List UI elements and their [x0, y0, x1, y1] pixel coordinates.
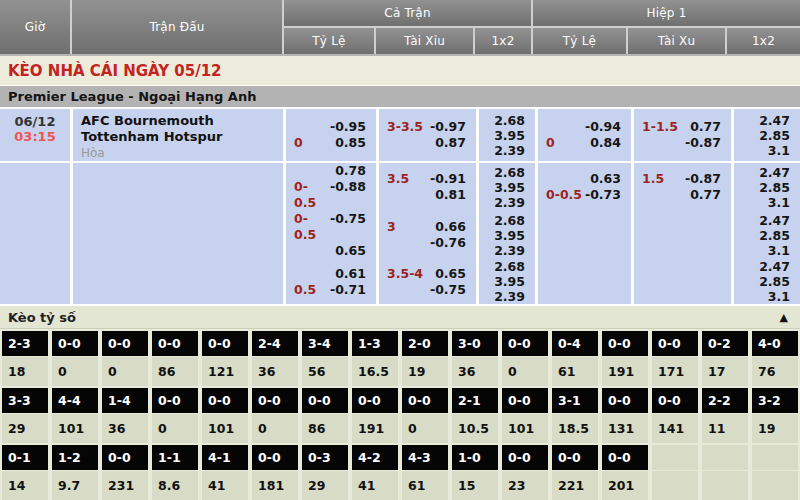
score-cell[interactable]: 4-4	[52, 388, 98, 413]
score-odds-cell[interactable]: 29	[302, 471, 348, 500]
score-odds-cell[interactable]: 101	[502, 414, 548, 443]
score-cell[interactable]: 1-3	[352, 331, 398, 356]
score-odds-cell[interactable]: 18	[2, 357, 48, 386]
ft-handicap-cell[interactable]: 0-0.5-0.750.65	[286, 211, 376, 259]
score-cell[interactable]: 0-3	[302, 445, 348, 470]
score-odds-cell[interactable]: 41	[202, 471, 248, 500]
score-cell[interactable]: 0-0	[602, 331, 648, 356]
score-cell[interactable]: 4-3	[402, 445, 448, 470]
score-odds-cell[interactable]: 86	[152, 357, 198, 386]
score-cell[interactable]: 0-0	[502, 331, 548, 356]
h1-overunder-cell[interactable]	[634, 211, 731, 259]
score-cell[interactable]: 0-0	[652, 331, 698, 356]
ft-handicap-cell[interactable]: 0.780-0.5-0.88	[286, 163, 376, 211]
h1-handicap-cell[interactable]: -0.9400.84	[538, 109, 631, 161]
ft-handicap-cell[interactable]: 0.610.5-0.71	[286, 259, 376, 304]
score-cell[interactable]: 0-0	[152, 388, 198, 413]
score-odds-cell[interactable]: 86	[302, 414, 348, 443]
score-odds-cell[interactable]: 23	[502, 471, 548, 500]
score-cell[interactable]: 1-2	[52, 445, 98, 470]
ft-1x2-cell[interactable]: 2.683.952.39	[479, 163, 535, 211]
score-cell[interactable]: 0-0	[252, 445, 298, 470]
score-odds-cell[interactable]: 36	[452, 357, 498, 386]
score-cell[interactable]: 1-4	[102, 388, 148, 413]
score-odds-cell[interactable]: 11	[702, 414, 748, 443]
ft-overunder-cell[interactable]: 3.5-40.65-0.75	[379, 259, 476, 304]
h1-1x2-cell[interactable]: 2.472.853.1	[734, 259, 800, 304]
h1-overunder-cell[interactable]: 1.5-0.870.77	[634, 163, 731, 211]
score-cell[interactable]: 0-0	[102, 331, 148, 356]
score-odds-cell[interactable]: 9.7	[52, 471, 98, 500]
ft-1x2-cell[interactable]: 2.683.952.39	[479, 109, 535, 161]
score-cell[interactable]: 0-0	[202, 388, 248, 413]
score-odds-cell[interactable]: 29	[2, 414, 48, 443]
score-odds-cell[interactable]: 17	[702, 357, 748, 386]
score-odds-cell[interactable]: 171	[652, 357, 698, 386]
h1-handicap-cell[interactable]	[538, 259, 631, 304]
score-odds-cell[interactable]: 0	[252, 414, 298, 443]
score-cell[interactable]: 0-0	[52, 331, 98, 356]
score-odds-cell[interactable]: 61	[402, 471, 448, 500]
score-odds-cell[interactable]: 76	[752, 357, 798, 386]
score-cell[interactable]: 3-3	[2, 388, 48, 413]
score-odds-cell[interactable]: 141	[652, 414, 698, 443]
score-odds-cell[interactable]: 19	[402, 357, 448, 386]
score-cell[interactable]: 1-0	[452, 445, 498, 470]
score-cell[interactable]: 4-2	[352, 445, 398, 470]
score-cell[interactable]: 0-1	[2, 445, 48, 470]
score-odds-cell[interactable]: 131	[602, 414, 648, 443]
ft-overunder-cell[interactable]: 3.5-0.910.81	[379, 163, 476, 211]
ft-overunder-cell[interactable]: 30.66-0.76	[379, 211, 476, 259]
score-cell[interactable]: 0-0	[302, 388, 348, 413]
score-cell[interactable]: 2-2	[702, 388, 748, 413]
score-odds-cell[interactable]: 191	[352, 414, 398, 443]
h1-handicap-cell[interactable]	[538, 211, 631, 259]
score-odds-cell[interactable]: 0	[52, 357, 98, 386]
score-cell[interactable]: 1-1	[152, 445, 198, 470]
h1-overunder-cell[interactable]: 1-1.50.77-0.87	[634, 109, 731, 161]
score-odds-cell[interactable]: 221	[552, 471, 598, 500]
score-cell[interactable]: 0-0	[502, 445, 548, 470]
h1-1x2-cell[interactable]: 2.472.853.1	[734, 163, 800, 211]
ft-handicap-cell[interactable]: -0.9500.85	[286, 109, 376, 161]
score-cell[interactable]: 0-0	[152, 331, 198, 356]
score-odds-cell[interactable]: 0	[102, 357, 148, 386]
score-cell[interactable]: 3-0	[452, 331, 498, 356]
score-odds-cell[interactable]: 0	[502, 357, 548, 386]
score-cell[interactable]: 2-3	[2, 331, 48, 356]
score-cell[interactable]: 2-4	[252, 331, 298, 356]
score-odds-cell[interactable]: 191	[602, 357, 648, 386]
score-odds-cell[interactable]: 41	[352, 471, 398, 500]
collapse-arrow-icon[interactable]: ▲	[780, 311, 788, 324]
score-odds-cell[interactable]: 101	[52, 414, 98, 443]
score-odds-cell[interactable]: 0	[152, 414, 198, 443]
score-cell[interactable]: 3-2	[752, 388, 798, 413]
score-odds-cell[interactable]: 14	[2, 471, 48, 500]
score-cell[interactable]: 0-0	[552, 445, 598, 470]
score-odds-cell[interactable]: 181	[252, 471, 298, 500]
score-odds-cell[interactable]: 61	[552, 357, 598, 386]
score-odds-cell[interactable]: 0	[402, 414, 448, 443]
ft-1x2-cell[interactable]: 2.683.952.39	[479, 259, 535, 304]
score-cell[interactable]: 0-0	[202, 331, 248, 356]
score-odds-cell[interactable]: 36	[102, 414, 148, 443]
score-cell[interactable]: 4-1	[202, 445, 248, 470]
score-cell[interactable]: 3-4	[302, 331, 348, 356]
ft-1x2-cell[interactable]: 2.683.952.39	[479, 211, 535, 259]
score-odds-cell[interactable]: 36	[252, 357, 298, 386]
score-odds-cell[interactable]: 10.5	[452, 414, 498, 443]
h1-1x2-cell[interactable]: 2.472.853.1	[734, 109, 800, 161]
h1-overunder-cell[interactable]	[634, 259, 731, 304]
score-cell[interactable]: 0-4	[552, 331, 598, 356]
score-odds-cell[interactable]: 56	[302, 357, 348, 386]
h1-handicap-cell[interactable]: 0.630-0.5-0.73	[538, 163, 631, 211]
h1-1x2-cell[interactable]: 2.472.853.1	[734, 211, 800, 259]
ft-overunder-cell[interactable]: 3-3.5-0.970.87	[379, 109, 476, 161]
score-odds-cell[interactable]: 16.5	[352, 357, 398, 386]
score-cell[interactable]: 3-1	[552, 388, 598, 413]
score-cell[interactable]: 0-0	[652, 388, 698, 413]
score-cell[interactable]: 0-2	[702, 331, 748, 356]
score-cell[interactable]: 0-0	[252, 388, 298, 413]
score-cell[interactable]: 2-0	[402, 331, 448, 356]
score-odds-cell[interactable]: 121	[202, 357, 248, 386]
